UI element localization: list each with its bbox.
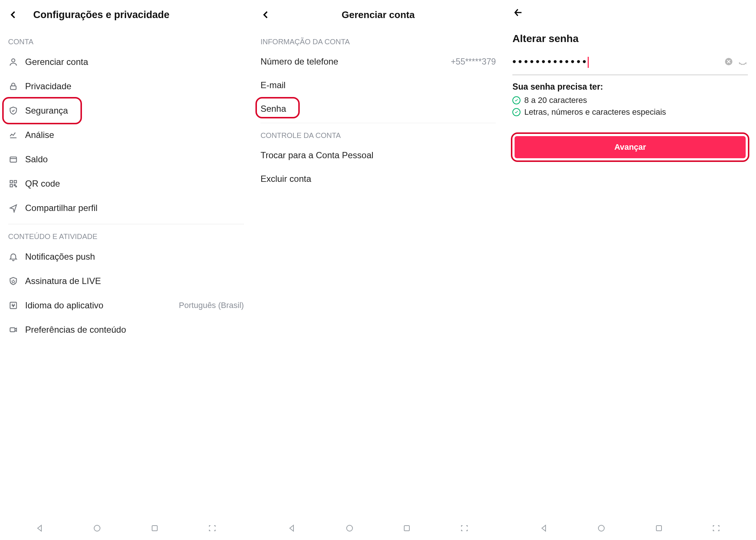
- nav-recent-icon[interactable]: [402, 523, 412, 533]
- settings-item-seguranca[interactable]: Segurança: [0, 98, 252, 123]
- android-navbar: [504, 519, 756, 537]
- lock-icon: [8, 81, 18, 91]
- advance-button[interactable]: Avançar: [515, 136, 746, 158]
- password-rules: Sua senha precisa ter: 8 a 20 caracteres…: [504, 75, 756, 126]
- language-icon: [8, 300, 18, 311]
- menu-trailing: Português (Brasil): [179, 301, 244, 310]
- svg-rect-13: [404, 526, 409, 531]
- settings-item-assinatura-live[interactable]: Assinatura de LIVE: [0, 269, 252, 293]
- nav-recent-icon[interactable]: [654, 523, 664, 533]
- settings-item-analise[interactable]: Análise: [0, 123, 252, 147]
- header: [504, 0, 756, 26]
- password-mask: •••••••••••••: [512, 56, 720, 68]
- menu-label: Preferências de conteúdo: [25, 325, 126, 335]
- row-label: Trocar para a Conta Pessoal: [261, 150, 374, 160]
- account-row-senha[interactable]: Senha: [252, 97, 504, 121]
- svg-rect-9: [10, 328, 15, 332]
- camera-icon: [8, 325, 18, 335]
- menu-label: Segurança: [25, 105, 68, 116]
- menu-label: Compartilhar perfil: [25, 203, 97, 213]
- menu-label: Notificações push: [25, 252, 95, 262]
- svg-rect-4: [14, 180, 16, 183]
- password-field[interactable]: •••••••••••••: [512, 56, 748, 75]
- menu-label: Assinatura de LIVE: [25, 276, 101, 286]
- section-label-conta: CONTA: [0, 30, 252, 50]
- android-navbar: [0, 519, 252, 537]
- share-icon: [8, 203, 18, 213]
- page-title: Gerenciar conta: [261, 9, 496, 21]
- page-title: Configurações e privacidade: [33, 9, 244, 21]
- svg-rect-3: [10, 180, 12, 183]
- nav-screenshot-icon[interactable]: [459, 523, 470, 533]
- menu-label: Saldo: [25, 154, 48, 165]
- nav-home-icon[interactable]: [344, 523, 355, 533]
- menu-label: QR code: [25, 179, 60, 189]
- nav-home-icon[interactable]: [92, 523, 102, 533]
- text-caret: [588, 57, 589, 68]
- rule-item: Letras, números e caracteres especiais: [512, 107, 748, 117]
- nav-back-icon[interactable]: [539, 523, 549, 533]
- back-arrow-icon[interactable]: [512, 7, 524, 18]
- svg-point-10: [94, 525, 100, 531]
- svg-rect-6: [14, 184, 15, 186]
- android-navbar: [252, 519, 504, 537]
- row-label: Excluir conta: [261, 174, 311, 184]
- settings-item-gerenciar-conta[interactable]: Gerenciar conta: [0, 50, 252, 74]
- section-label-info: INFORMAÇÃO DA CONTA: [252, 30, 504, 50]
- settings-item-saldo[interactable]: Saldo: [0, 147, 252, 172]
- svg-point-15: [598, 525, 604, 531]
- svg-rect-11: [152, 526, 157, 531]
- row-label: E-mail: [261, 80, 286, 90]
- svg-rect-5: [10, 184, 12, 187]
- check-icon: [512, 96, 520, 104]
- nav-back-icon[interactable]: [287, 523, 297, 533]
- panel-manage-account: Gerenciar conta INFORMAÇÃO DA CONTA Núme…: [252, 0, 504, 540]
- nav-recent-icon[interactable]: [150, 523, 160, 533]
- account-row-email[interactable]: E-mail: [252, 73, 504, 97]
- svg-point-0: [12, 59, 15, 62]
- settings-item-compartilhar-perfil[interactable]: Compartilhar perfil: [0, 196, 252, 220]
- settings-item-privacidade[interactable]: Privacidade: [0, 74, 252, 98]
- menu-label: Privacidade: [25, 81, 71, 91]
- nav-screenshot-icon[interactable]: [711, 523, 721, 533]
- svg-rect-1: [10, 86, 16, 90]
- svg-rect-16: [656, 526, 662, 531]
- row-value: +55*****379: [451, 57, 496, 67]
- clear-icon[interactable]: [724, 56, 734, 67]
- live-shield-icon: [8, 276, 18, 286]
- settings-item-qr-code[interactable]: QR code: [0, 172, 252, 196]
- settings-item-idioma[interactable]: Idioma do aplicativo Português (Brasil): [0, 293, 252, 318]
- check-icon: [512, 108, 520, 116]
- svg-rect-7: [16, 186, 17, 187]
- eye-hidden-icon[interactable]: [738, 56, 748, 67]
- account-row-switch-personal[interactable]: Trocar para a Conta Pessoal: [252, 143, 504, 167]
- page-title: Alterar senha: [504, 26, 756, 49]
- account-row-phone[interactable]: Número de telefone +55*****379: [252, 50, 504, 73]
- menu-label: Idioma do aplicativo: [25, 300, 103, 311]
- analytics-icon: [8, 130, 18, 140]
- settings-item-preferencias-conteudo[interactable]: Preferências de conteúdo: [0, 318, 252, 342]
- svg-rect-2: [10, 157, 16, 162]
- row-label: Senha: [261, 104, 286, 114]
- header: Configurações e privacidade: [0, 0, 252, 30]
- qr-icon: [8, 179, 18, 189]
- panel-settings: Configurações e privacidade CONTA Gerenc…: [0, 0, 252, 540]
- settings-item-notificacoes[interactable]: Notificações push: [0, 245, 252, 269]
- account-row-delete[interactable]: Excluir conta: [252, 167, 504, 191]
- header: Gerenciar conta: [252, 0, 504, 30]
- nav-home-icon[interactable]: [596, 523, 606, 533]
- menu-label: Análise: [25, 130, 54, 140]
- row-label: Número de telefone: [261, 56, 339, 67]
- nav-back-icon[interactable]: [35, 523, 45, 533]
- menu-label: Gerenciar conta: [25, 57, 88, 67]
- section-label-conteudo: CONTEÚDO E ATIVIDADE: [0, 224, 252, 245]
- shield-icon: [8, 105, 18, 116]
- back-icon[interactable]: [8, 10, 18, 20]
- nav-screenshot-icon[interactable]: [207, 523, 217, 533]
- wallet-icon: [8, 154, 18, 165]
- section-label-control: CONTROLE DA CONTA: [252, 123, 504, 143]
- advance-button-wrap: Avançar: [511, 132, 749, 162]
- person-icon: [8, 57, 18, 67]
- rule-item: 8 a 20 caracteres: [512, 96, 748, 105]
- rules-title: Sua senha precisa ter:: [512, 82, 748, 92]
